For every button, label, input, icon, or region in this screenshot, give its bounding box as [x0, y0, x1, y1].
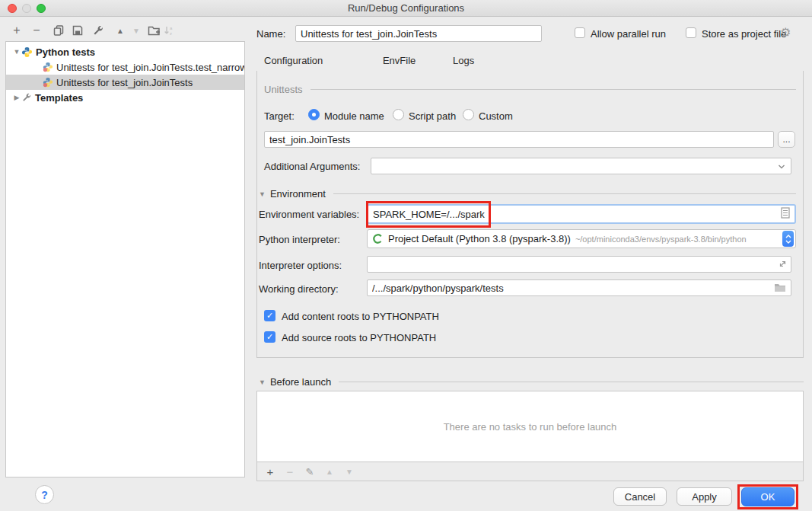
python-interpreter-select[interactable]: Project Default (Python 3.8 (pyspark-3.8…	[367, 229, 796, 248]
tree-item-python-tests[interactable]: ▼ Python tests	[6, 44, 244, 59]
target-module-name-radio[interactable]	[308, 109, 320, 120]
move-task-up-icon: ▲	[323, 468, 336, 476]
working-directory-input[interactable]	[367, 279, 791, 296]
allow-parallel-run-checkbox[interactable]	[575, 27, 585, 38]
tree-item-label: Templates	[35, 92, 83, 104]
tree-item-templates[interactable]: ▶ Templates	[6, 90, 244, 105]
python-interpreter-path: ~/opt/miniconda3/envs/pyspark-3.8/bin/py…	[575, 235, 747, 244]
sort-configurations-icon: az	[162, 24, 176, 37]
add-configuration-icon[interactable]: +	[10, 24, 24, 37]
create-folder-icon[interactable]	[147, 24, 161, 37]
additional-arguments-label: Additional Arguments:	[264, 161, 360, 172]
svg-text:a: a	[170, 26, 173, 30]
tree-item-label: Python tests	[36, 46, 95, 58]
tab-envfile[interactable]: EnvFile	[375, 50, 423, 71]
save-configuration-icon[interactable]	[71, 24, 84, 37]
minimize-window-button	[22, 4, 31, 13]
tree-item-label: Unittests for test_join.JoinTests.test_n…	[56, 62, 244, 73]
interpreter-options-label: Interpreter options:	[259, 260, 342, 271]
add-source-roots-label: Add source roots to PYTHONPATH	[282, 332, 436, 343]
wrench-icon	[21, 92, 32, 103]
chevron-collapsed-icon[interactable]: ▶	[12, 94, 21, 101]
environment-variables-field[interactable]	[367, 204, 796, 224]
tree-item-jointests-selected[interactable]: Unittests for test_join.JoinTests	[6, 75, 244, 90]
store-as-project-file-checkbox[interactable]	[686, 27, 696, 38]
edit-task-icon: ✎	[304, 466, 316, 477]
zoom-window-button[interactable]	[37, 4, 46, 13]
browse-variables-icon[interactable]	[781, 207, 790, 221]
section-collapse-icon[interactable]: ▼	[259, 190, 266, 198]
tab-bar: Configuration EnvFile Logs	[256, 50, 482, 71]
environment-variables-label: Environment variables:	[259, 209, 359, 220]
working-directory-label: Working directory:	[259, 283, 339, 295]
target-script-path-radio[interactable]	[393, 109, 404, 120]
before-launch-section-label: Before launch	[270, 376, 331, 388]
environment-variables-input[interactable]	[368, 206, 781, 222]
name-input[interactable]	[295, 25, 542, 42]
move-up-icon[interactable]: ▲	[113, 24, 127, 37]
python-interpreter-label: Python interpreter:	[259, 234, 340, 245]
name-label: Name:	[256, 28, 285, 40]
copy-configuration-icon[interactable]	[52, 24, 65, 37]
target-custom-label: Custom	[479, 110, 513, 122]
select-stepper-icon[interactable]	[782, 231, 794, 247]
interpreter-options-input[interactable]	[367, 256, 791, 273]
conda-environment-icon	[372, 233, 384, 244]
allow-parallel-run-label: Allow parallel run	[591, 28, 666, 40]
gear-icon[interactable]: ⚙	[780, 25, 791, 40]
unittests-section-header: Unittests	[264, 84, 796, 95]
insert-macro-chevron-icon[interactable]	[778, 161, 785, 172]
chevron-expanded-icon[interactable]: ▼	[12, 48, 21, 56]
svg-text:z: z	[170, 31, 172, 36]
move-down-icon: ▼	[129, 24, 143, 37]
target-label: Target:	[264, 110, 295, 122]
python-test-icon	[43, 62, 53, 72]
apply-button[interactable]: Apply	[677, 487, 732, 506]
add-source-roots-checkbox[interactable]: ✓	[264, 331, 275, 343]
target-input[interactable]	[264, 131, 774, 148]
unittests-section-label: Unittests	[264, 84, 303, 95]
section-collapse-icon[interactable]: ▼	[259, 378, 266, 386]
expand-field-icon[interactable]	[778, 259, 788, 271]
tree-item-label: Unittests for test_join.JoinTests	[56, 77, 193, 88]
add-task-icon[interactable]: +	[264, 465, 276, 478]
python-test-icon	[43, 77, 53, 88]
before-launch-empty-text: There are no tasks to run before launch	[444, 421, 617, 433]
before-launch-section-header[interactable]: ▼ Before launch	[259, 376, 804, 388]
move-task-down-icon: ▼	[343, 468, 355, 476]
close-window-button[interactable]	[8, 4, 17, 13]
title-bar: Run/Debug Configurations	[0, 0, 812, 17]
python-icon	[21, 46, 33, 58]
cancel-button[interactable]: Cancel	[613, 487, 667, 506]
environment-section-header[interactable]: ▼ Environment	[259, 188, 796, 200]
add-content-roots-checkbox[interactable]: ✓	[264, 310, 275, 321]
python-interpreter-value: Project Default (Python 3.8 (pyspark-3.8…	[388, 233, 571, 244]
before-launch-toolbar: + − ✎ ▲ ▼	[256, 462, 804, 481]
window-title: Run/Debug Configurations	[0, 0, 812, 17]
before-launch-task-list[interactable]: There are no tasks to run before launch	[256, 391, 804, 462]
tree-item-test-narrow[interactable]: Unittests for test_join.JoinTests.test_n…	[6, 59, 244, 75]
additional-arguments-input[interactable]	[371, 158, 791, 174]
add-content-roots-label: Add content roots to PYTHONPATH	[282, 311, 439, 322]
environment-section-label: Environment	[270, 188, 326, 200]
tab-configuration[interactable]: Configuration	[256, 50, 330, 73]
edit-templates-icon[interactable]	[91, 24, 105, 37]
tab-logs[interactable]: Logs	[445, 50, 482, 71]
configurations-tree: ▼ Python tests Unittests for test_join.J…	[5, 41, 245, 477]
store-as-project-file-label: Store as project file	[702, 28, 786, 40]
browse-button[interactable]: ...	[778, 131, 795, 148]
target-script-path-label: Script path	[409, 110, 456, 122]
remove-configuration-icon[interactable]: −	[30, 24, 43, 37]
target-module-name-label: Module name	[324, 110, 384, 122]
help-button[interactable]: ?	[35, 485, 54, 504]
ok-button[interactable]: OK	[741, 487, 794, 506]
remove-task-icon: −	[284, 465, 296, 478]
browse-folder-icon[interactable]	[774, 283, 786, 295]
target-custom-radio[interactable]	[463, 109, 474, 120]
